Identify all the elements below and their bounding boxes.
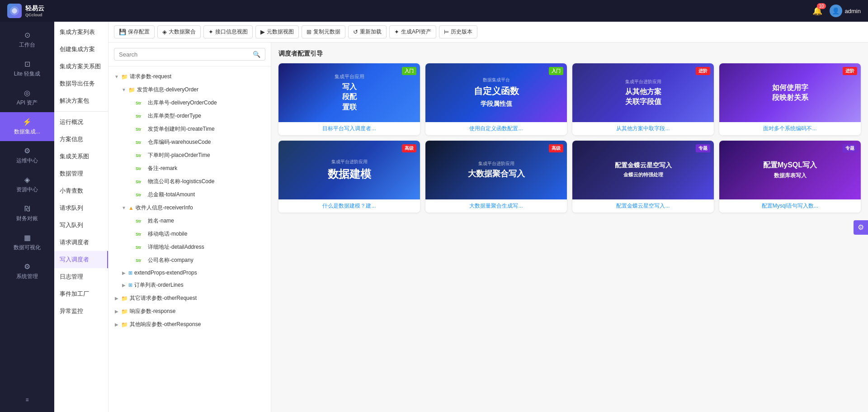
tree-label-receiver-info: 收件人信息-receiverInfo bbox=[136, 204, 193, 212]
tab-history[interactable]: ⊨ 历史版本 bbox=[439, 25, 477, 38]
logo-icon bbox=[7, 4, 22, 18]
tree-label-other-request: 其它请求参数-otherRequest bbox=[130, 294, 197, 302]
subnav-relation-map[interactable]: 集成关系图 bbox=[54, 148, 108, 165]
subnav-data-mgmt[interactable]: 数据管理 bbox=[54, 165, 108, 182]
guide-card-8[interactable]: 专题 配置MySQL写入数据库表写入 配置Mysql语句写入数... bbox=[719, 141, 861, 213]
sidebar-item-ops[interactable]: ⚙ 运维中心 bbox=[0, 141, 54, 170]
sidebar-item-api[interactable]: ◎ API 资产 bbox=[0, 83, 54, 112]
workbench-icon: ⊙ bbox=[24, 31, 30, 39]
guide-card-2[interactable]: 入门 数据集成平台 自定义函数学段属性值 使用自定义函数配置... bbox=[425, 63, 567, 135]
sys-mgmt-icon: ⚙ bbox=[24, 262, 30, 271]
reload-icon: ↺ bbox=[353, 28, 358, 35]
interface-icon: ✦ bbox=[208, 28, 213, 35]
subnav-write-queue[interactable]: 写入队列 bbox=[54, 217, 108, 234]
tree-node-content-request-params[interactable]: ▼ 📁 请求参数-request bbox=[108, 71, 271, 82]
tree-label-response: 响应参数-response bbox=[130, 308, 175, 315]
tree-label-company: 公司名称-company bbox=[148, 256, 193, 264]
resources-icon: ◈ bbox=[24, 175, 30, 184]
type-badge-warehouse-code: Str bbox=[136, 140, 145, 145]
user-menu[interactable]: 👤 admin bbox=[830, 5, 861, 17]
tree-label-place-order-time: 下单时间-placeOrderTime bbox=[148, 152, 210, 159]
subnav-run-overview[interactable]: 运行概况 bbox=[54, 114, 108, 131]
sidebar-item-resources[interactable]: ◈ 资源中心 bbox=[0, 170, 54, 199]
tree-node-request-params: ▼ 📁 请求参数-request bbox=[108, 70, 271, 83]
tree-node-mobile: Str 移动电话-mobile bbox=[108, 227, 271, 241]
guide-title: 调度者配置引导 bbox=[278, 50, 861, 58]
guide-card-img-1: 入门 集成平台应用 写入段配置联 bbox=[278, 63, 420, 122]
subnav-request-queue[interactable]: 请求队列 bbox=[54, 199, 108, 217]
tree-panel: 🔍 ▼ 📁 请求参数-request bbox=[108, 43, 271, 412]
guide-card-5[interactable]: 高级 集成平台进阶应用 数据建模 什么是数据建模？建... bbox=[278, 141, 420, 213]
tab-copy-meta[interactable]: ⊞ 复制元数据 bbox=[302, 25, 345, 38]
subnav-event-factory[interactable]: 事件加工厂 bbox=[54, 285, 108, 303]
subnav-write-tuner[interactable]: 写入调度者 bbox=[54, 251, 108, 268]
tree-node-content-delivery-order[interactable]: ▼ 📁 发货单信息-deliveryOrder bbox=[108, 85, 271, 95]
sidebar-item-label: 运维中心 bbox=[16, 157, 38, 165]
tree-label-logistics-code: 物流公司名称-logisticsCode bbox=[148, 178, 214, 185]
search-input-wrap[interactable]: 🔍 bbox=[114, 48, 265, 61]
subnav-log-mgmt[interactable]: 日志管理 bbox=[54, 268, 108, 285]
sidebar-collapse-button[interactable]: ≡ bbox=[0, 391, 54, 408]
subnav-request-tuner[interactable]: 请求调度者 bbox=[54, 234, 108, 251]
sidebar-item-label: 数据可视化 bbox=[14, 244, 41, 251]
card-tag-2: 入门 bbox=[549, 67, 563, 75]
sidebar-item-label: 财务对账 bbox=[16, 215, 38, 223]
type-badge-name: Str bbox=[136, 219, 145, 223]
nav-plan-relation[interactable]: 集成方案关系图 bbox=[54, 58, 108, 75]
card-desc-2: 使用自定义函数配置... bbox=[425, 122, 567, 135]
notification-button[interactable]: 🔔 10 bbox=[812, 6, 822, 16]
guide-card-img-5: 高级 集成平台进阶应用 数据建模 bbox=[278, 141, 420, 199]
tab-meta-data-view[interactable]: ▶ 元数据视图 bbox=[255, 25, 299, 38]
card-tag-5: 高级 bbox=[402, 144, 416, 152]
tab-bar: 💾 保存配置 ◈ 大数据聚合 ✦ 接口信息视图 ▶ 元数据视图 ⊞ 复制元数据 … bbox=[108, 22, 868, 43]
tree-node-order-type: Str 出库单类型-orderType bbox=[108, 109, 271, 123]
card-desc-7: 配置金蝶云星空写入... bbox=[572, 199, 714, 213]
nav-data-export[interactable]: 数据导出任务 bbox=[54, 75, 108, 92]
guide-card-1[interactable]: 入门 集成平台应用 写入段配置联 目标平台写入调度者... bbox=[278, 63, 420, 135]
card-overlay-text-3: 从其他方案关联字段值 bbox=[625, 87, 661, 107]
card-overlay-text-1: 写入段配置联 bbox=[335, 82, 364, 112]
card-overlay-text-2: 自定义函数学段属性值 bbox=[474, 85, 519, 109]
arrow-delivery-order: ▼ bbox=[121, 87, 127, 92]
tab-gen-api[interactable]: ✦ 生成API资产 bbox=[389, 25, 436, 38]
sidebar-item-workbench[interactable]: ⊙ 工作台 bbox=[0, 25, 54, 54]
sidebar-item-data-integration[interactable]: ⚡ 数据集成... bbox=[0, 112, 54, 141]
subnav-small-test[interactable]: 小青查数 bbox=[54, 182, 108, 199]
finance-icon: ₪ bbox=[24, 204, 30, 213]
guide-card-3[interactable]: 进阶 集成平台进阶应用 从其他方案关联字段值 从其他方案中取字段... bbox=[572, 63, 714, 135]
card-subtitle-1: 集成平台应用 bbox=[335, 73, 364, 80]
tree-node-detail-address: Str 详细地址-detailAddress bbox=[108, 241, 271, 254]
tab-big-data-merge[interactable]: ◈ 大数据聚合 bbox=[157, 25, 201, 38]
subnav-exception-monitor[interactable]: 异常监控 bbox=[54, 303, 108, 320]
settings-float-button[interactable]: ⚙ bbox=[854, 220, 868, 235]
sidebar-item-finance[interactable]: ₪ 财务对账 bbox=[0, 199, 54, 228]
nav-solution-pkg[interactable]: 解决方案包 bbox=[54, 92, 108, 109]
type-badge-order-type: Str bbox=[136, 114, 145, 118]
main-layout: ⊙ 工作台 ⊡ Lite 轻集成 ◎ API 资产 ⚡ 数据集成... ⚙ 运维… bbox=[0, 22, 868, 412]
sidebar-item-label: API 资产 bbox=[17, 99, 38, 107]
arrow-response: ▶ bbox=[114, 309, 119, 314]
tab-save-config[interactable]: 💾 保存配置 bbox=[114, 25, 155, 38]
sidebar-item-data-viz[interactable]: ▦ 数据可视化 bbox=[0, 228, 54, 257]
nav-create-plan[interactable]: 创建集成方案 bbox=[54, 41, 108, 58]
search-box: 🔍 bbox=[108, 43, 271, 66]
type-badge-logistics-code: Str bbox=[136, 180, 145, 184]
nav-plan-list[interactable]: 集成方案列表 bbox=[54, 24, 108, 41]
card-desc-6: 大数据量聚合生成写... bbox=[425, 199, 567, 213]
guide-card-4[interactable]: 进阶 如何使用字段映射关系 面对多个系统编码不... bbox=[719, 63, 861, 135]
guide-card-6[interactable]: 高级 集成平台进阶应用 大数据聚合写入 大数据量聚合生成写... bbox=[425, 141, 567, 213]
subnav-plan-info[interactable]: 方案信息 bbox=[54, 131, 108, 148]
tab-reload[interactable]: ↺ 重新加载 bbox=[348, 25, 387, 38]
meta-icon: ▶ bbox=[260, 28, 265, 35]
card-tag-8: 专题 bbox=[843, 144, 857, 152]
guide-card-7[interactable]: 专题 配置金蝶云星空写入金蝶云的特强处理 配置金蝶云星空写入... bbox=[572, 141, 714, 213]
search-input[interactable] bbox=[119, 51, 250, 58]
tab-interface-info[interactable]: ✦ 接口信息视图 bbox=[203, 25, 253, 38]
card-tag-1: 入门 bbox=[402, 67, 416, 75]
sidebar-item-lite[interactable]: ⊡ Lite 轻集成 bbox=[0, 54, 54, 83]
content-area: 💾 保存配置 ◈ 大数据聚合 ✦ 接口信息视图 ▶ 元数据视图 ⊞ 复制元数据 … bbox=[108, 22, 868, 412]
arrow-receiver-info: ▼ bbox=[121, 205, 127, 210]
sidebar: ⊙ 工作台 ⊡ Lite 轻集成 ◎ API 资产 ⚡ 数据集成... ⚙ 运维… bbox=[0, 22, 54, 412]
tree-node-place-order-time: Str 下单时间-placeOrderTime bbox=[108, 149, 271, 162]
sidebar-item-sys-mgmt[interactable]: ⚙ 系统管理 bbox=[0, 257, 54, 286]
